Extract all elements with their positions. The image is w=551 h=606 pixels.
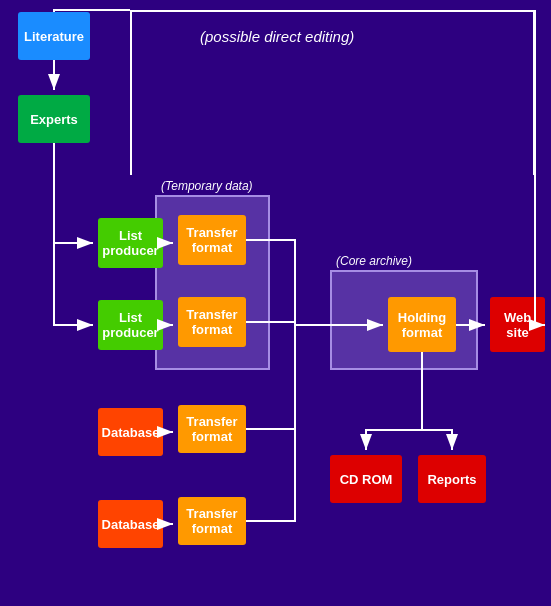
transfer-format-4-box: Transfer format — [178, 497, 246, 545]
database-2-box: Database — [98, 500, 163, 548]
reports-box: Reports — [418, 455, 486, 503]
list-producer-1-box: List producer — [98, 218, 163, 268]
arrow-holding-to-reports — [422, 430, 452, 450]
experts-box: Experts — [18, 95, 90, 143]
holding-format-box: Holding format — [388, 297, 456, 352]
direct-editing-label: (possible direct editing) — [200, 28, 354, 45]
arrow-experts-to-lp1 — [54, 143, 93, 243]
transfer-format-1-box: Transfer format — [178, 215, 246, 265]
transfer-format-2-box: Transfer format — [178, 297, 246, 347]
diagram: (possible direct editing) (Temporary dat… — [0, 0, 551, 606]
cdrom-box: CD ROM — [330, 455, 402, 503]
list-producer-2-box: List producer — [98, 300, 163, 350]
literature-box: Literature — [18, 12, 90, 60]
arrow-experts-to-lp2 — [54, 143, 93, 325]
arrow-tf4-to-merge — [246, 429, 295, 521]
temporary-data-label: (Temporary data) — [161, 179, 253, 193]
transfer-format-3-box: Transfer format — [178, 405, 246, 453]
database-1-box: Database — [98, 408, 163, 456]
core-archive-label: (Core archive) — [336, 254, 412, 268]
website-box: Web site — [490, 297, 545, 352]
